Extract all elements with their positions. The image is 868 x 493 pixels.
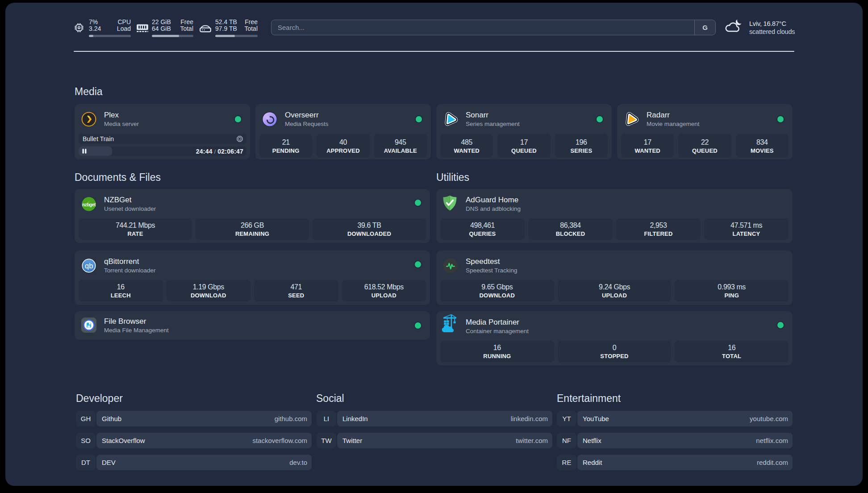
svg-text:nzbget: nzbget: [82, 202, 96, 207]
svg-text:qb: qb: [85, 262, 93, 270]
